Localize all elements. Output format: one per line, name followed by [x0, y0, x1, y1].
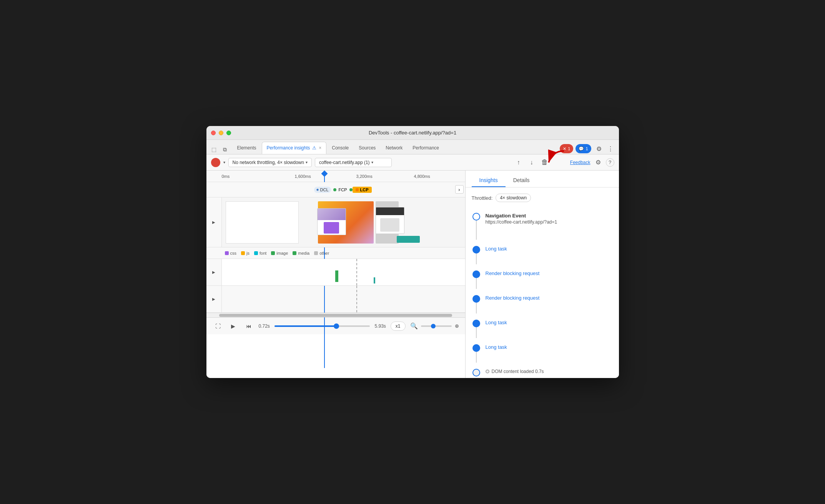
url-dropdown[interactable]: coffee-cart.netlify.app (1) ▾ [315, 158, 392, 167]
message-badge[interactable]: 💬 1 [576, 144, 591, 153]
dom-details: DOM content loaded 0.7s [486, 369, 613, 374]
expand-right-icon[interactable]: › [455, 185, 464, 194]
rb1-line [476, 278, 477, 289]
lt1-line [476, 254, 477, 264]
maximize-button[interactable] [226, 131, 231, 135]
feedback-link[interactable]: Feedback [570, 160, 590, 165]
zoom-in-icon[interactable]: ⊕ [455, 323, 459, 329]
screenshot-thumb-1 [317, 208, 346, 235]
thumb2-top [376, 207, 404, 215]
legend-font: font [254, 251, 266, 255]
legend-image-dot [271, 251, 275, 255]
help-icon[interactable]: ? [606, 158, 614, 167]
tab-bar: ⬚ ⧉ Elements Performance insights ⚠ × Co… [206, 140, 619, 154]
throttle-value[interactable]: 4× slowdown [496, 194, 531, 202]
timeline-slider[interactable] [274, 325, 370, 327]
record-button[interactable] [211, 158, 220, 167]
nav-event-title: Navigation Event [486, 213, 613, 219]
render-blocking-2-link[interactable]: Render blocking request [486, 295, 540, 301]
delete-icon[interactable]: 🗑 [539, 157, 550, 168]
throttling-dropdown-icon: ▾ [306, 160, 308, 164]
more-options-icon[interactable]: ⋮ [605, 143, 616, 154]
play-button[interactable]: ▶ [228, 321, 239, 332]
rb2-line [476, 303, 477, 313]
screenshot-toggle-icon[interactable]: ⛶ [213, 321, 223, 332]
lt1-circle [472, 246, 480, 254]
legend-image: image [271, 251, 288, 255]
render-blocking-1-link[interactable]: Render blocking request [486, 270, 540, 276]
timing-expand-2[interactable]: ▶ [206, 286, 222, 312]
tab-performance[interactable]: Performance [408, 142, 444, 154]
tab-details[interactable]: Details [506, 174, 537, 187]
speed-control[interactable]: x1 [391, 322, 406, 331]
timeline-scrubber[interactable] [322, 171, 327, 181]
zoom-out-icon[interactable]: 🔍 [410, 322, 418, 330]
rb2-details: Render blocking request [486, 295, 613, 301]
lt3-timeline [472, 344, 481, 363]
screenshot-empty [226, 201, 299, 244]
network-bars [222, 259, 465, 285]
legend-media: media [293, 251, 309, 255]
dom-icon [486, 370, 489, 373]
tab-sources[interactable]: Sources [354, 142, 380, 154]
timing-expand-icon-2[interactable]: ▶ [212, 297, 215, 301]
long-task-2-link[interactable]: Long task [486, 320, 507, 325]
lt3-details: Long task [486, 344, 613, 350]
lcp-label: LCP [360, 187, 369, 192]
settings-icon[interactable]: ⚙ [594, 143, 604, 154]
time-end: 5.93s [374, 323, 386, 329]
minimize-button[interactable] [219, 131, 223, 135]
tab-insights[interactable]: Insights [472, 174, 506, 187]
rb1-details: Render blocking request [486, 270, 613, 276]
close-button[interactable] [211, 131, 216, 135]
tab-close-icon[interactable]: × [319, 145, 321, 151]
thumb1-bottom [318, 220, 346, 235]
main-content: 0ms 1,600ms 3,200ms 4,800ms DCL [206, 171, 619, 378]
lt2-line [476, 327, 477, 338]
legend-js-dot [241, 251, 245, 255]
tab-console[interactable]: Console [327, 142, 353, 154]
legend-css-dot [225, 251, 229, 255]
cursor-icon[interactable]: ⬚ [210, 145, 219, 154]
tab-elements[interactable]: Elements [233, 142, 261, 154]
throttling-dropdown[interactable]: No network throttling, 4× slowdown ▾ [228, 158, 312, 167]
screenshots-content [222, 197, 465, 247]
screenshots-label: ▶ [206, 197, 222, 247]
traffic-lights [211, 131, 231, 135]
thumb1-content [324, 222, 339, 234]
tab-performance-insights[interactable]: Performance insights ⚠ × [262, 142, 327, 154]
nav-circle [472, 213, 480, 220]
dashed-line-1 [356, 259, 357, 285]
timing-row-1: ▶ [206, 259, 465, 286]
events-timeline: Navigation Event https://coffee-cart.net… [472, 210, 613, 378]
upload-icon[interactable]: ↑ [513, 157, 524, 168]
long-task-3-link[interactable]: Long task [486, 344, 507, 350]
throttle-row: Throttled: 4× slowdown [472, 194, 613, 202]
legend-js-label: js [246, 251, 249, 255]
marker-0ms: 0ms [222, 174, 230, 179]
dom-content: DOM content loaded 0.7s [486, 369, 613, 374]
settings2-icon[interactable]: ⚙ [593, 157, 604, 168]
dashed-line-2 [356, 286, 357, 312]
download-icon[interactable]: ↓ [526, 157, 537, 168]
skip-start-icon[interactable]: ⏮ [243, 321, 254, 332]
panel-tabs: Insights Details [466, 171, 619, 187]
nav-line [476, 220, 477, 240]
error-badge[interactable]: ✕ 1 [560, 144, 573, 153]
legend-font-label: font [259, 251, 266, 255]
zoom-track[interactable] [421, 325, 452, 327]
long-task-1-link[interactable]: Long task [486, 246, 507, 252]
screenshots-expand-icon[interactable]: ▶ [212, 220, 215, 224]
rb1-circle [472, 270, 480, 278]
rb2-timeline [472, 295, 481, 313]
teal-bar [397, 236, 420, 243]
timing-expand-icon-1[interactable]: ▶ [212, 270, 215, 274]
timing-expand-1[interactable]: ▶ [206, 259, 222, 285]
device-icon[interactable]: ⧉ [220, 145, 230, 154]
network-bar-green [335, 270, 338, 282]
tab-network[interactable]: Network [381, 142, 407, 154]
record-dropdown-icon[interactable]: ▾ [223, 160, 225, 164]
event-long-task-1: Long task [472, 243, 613, 267]
timeline-scrollbar[interactable] [206, 313, 465, 317]
bottom-bar: ⛶ ▶ ⏮ 0.72s 5.93s x1 🔍 ⊕ [206, 317, 465, 334]
